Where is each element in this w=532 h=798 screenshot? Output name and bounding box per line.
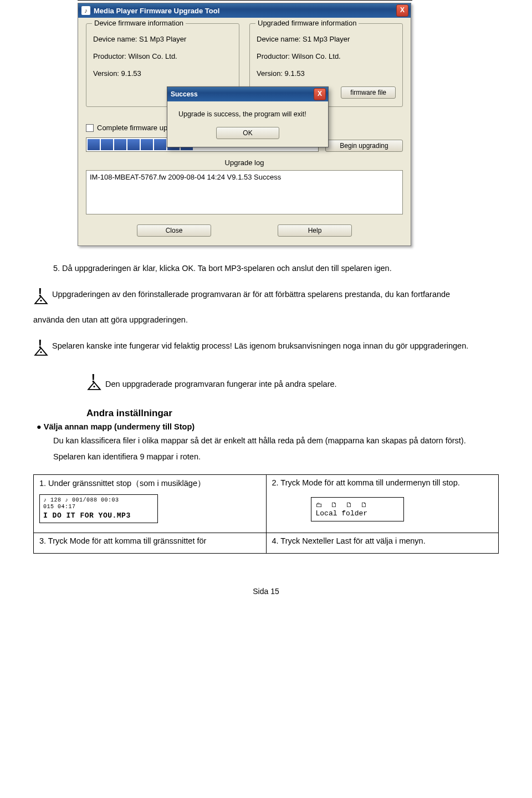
- version: Version: 9.1.53: [93, 69, 232, 78]
- step-4-text: 4. Tryck Nexteller Last för att välja i …: [272, 536, 426, 545]
- player-screen-1: ♪ 128 ♪ 001/088 00:03 015 04:17 I DO IT …: [39, 494, 158, 523]
- warning-icon: !: [86, 374, 102, 395]
- success-message: Upgrade is success, the program will exi…: [178, 110, 320, 118]
- help-button[interactable]: Help: [278, 224, 352, 237]
- begin-upgrading-button[interactable]: Begin upgrading: [325, 140, 403, 152]
- device-name: Device name: S1 Mp3 Player: [257, 35, 396, 43]
- window-title: Media Player Firmware Upgrade Tool: [94, 7, 219, 15]
- step-3-text: 3. Tryck Mode för att komma till gränssn…: [39, 536, 206, 545]
- step-cell-3: 3. Tryck Mode för att komma till gränssn…: [34, 533, 267, 554]
- productor: Productor: Wilson Co. Ltd.: [93, 52, 232, 60]
- complete-upgrade-checkbox[interactable]: [86, 124, 94, 132]
- step-cell-1: 1. Under gränssnittet stop（som i musiklä…: [34, 475, 267, 533]
- warning-icon: !: [33, 288, 49, 309]
- close-icon[interactable]: X: [396, 4, 408, 17]
- warning-1-line-1: Uppgraderingen av den förinstallerade pr…: [52, 290, 450, 299]
- dialog-title: Success: [171, 90, 198, 98]
- folder-icons: 🗀 🗋 🗋 🗋: [316, 501, 399, 509]
- upgrade-log-list[interactable]: IM-108-MBEAT-5767.fw 2009-08-04 14:24 V9…: [86, 170, 403, 214]
- svg-point-8: [93, 385, 95, 387]
- body-text-1: Du kan klassificera filer i olika mappar…: [53, 434, 499, 447]
- steps-table: 1. Under gränssnittet stop（som i musiklä…: [33, 474, 499, 554]
- step-cell-2: 2. Tryck Mode för att komma till underme…: [266, 475, 499, 533]
- svg-point-2: [40, 300, 42, 301]
- step-cell-4: 4. Tryck Nexteller Last för att välja i …: [266, 533, 499, 554]
- warning-3-text: Den uppgraderade programvaran fungerar i…: [105, 378, 337, 391]
- checkbox-label: Complete firmware upg: [97, 124, 171, 132]
- body-text-2: Spelaren kan identifiera 9 mappar i rote…: [53, 451, 499, 463]
- bullet-heading: Välja annan mapp (undermeny till Stop): [37, 422, 499, 431]
- app-icon: ♪: [81, 6, 90, 15]
- select-firmware-button[interactable]: firmware file: [341, 86, 396, 99]
- step-5-text: 5. Då uppgraderingen är klar, klicka OK.…: [53, 263, 499, 275]
- device-name: Device name: S1 Mp3 Player: [93, 35, 232, 43]
- groupbox-legend: Device firmware information: [92, 19, 186, 27]
- section-heading: Andra inställningar: [86, 408, 499, 419]
- productor: Productor: Wilson Co. Ltd.: [257, 52, 396, 60]
- step-2-text: 2. Tryck Mode för att komma till underme…: [272, 478, 460, 487]
- warning-2-text: Spelaren kanske inte fungerar vid felakt…: [52, 340, 468, 352]
- page-number: Sida 15: [33, 587, 499, 596]
- folder-label: Local folder: [316, 509, 399, 518]
- warning-icon: !: [33, 340, 49, 360]
- player-screen-2: 🗀 🗋 🗋 🗋 Local folder: [311, 497, 404, 521]
- success-dialog: Success X Upgrade is success, the progra…: [167, 86, 329, 147]
- version: Version: 9.1.53: [257, 69, 396, 78]
- ok-button[interactable]: OK: [216, 127, 279, 139]
- upgrade-log-label: Upgrade log: [86, 158, 403, 167]
- log-line: IM-108-MBEAT-5767.fw 2009-08-04 14:24 V9…: [90, 173, 399, 181]
- warning-1-line-2: använda den utan att göra uppgraderingen…: [33, 314, 188, 326]
- svg-point-5: [40, 351, 42, 353]
- close-icon[interactable]: X: [314, 88, 326, 100]
- titlebar: ♪ Media Player Firmware Upgrade Tool X: [78, 3, 411, 18]
- firmware-tool-window: ♪ Media Player Firmware Upgrade Tool X D…: [78, 3, 411, 246]
- close-button[interactable]: Close: [137, 224, 211, 237]
- step-1-text: 1. Under gränssnittet stop（som i musiklä…: [39, 479, 206, 488]
- groupbox-legend: Upgraded firmware information: [255, 19, 359, 27]
